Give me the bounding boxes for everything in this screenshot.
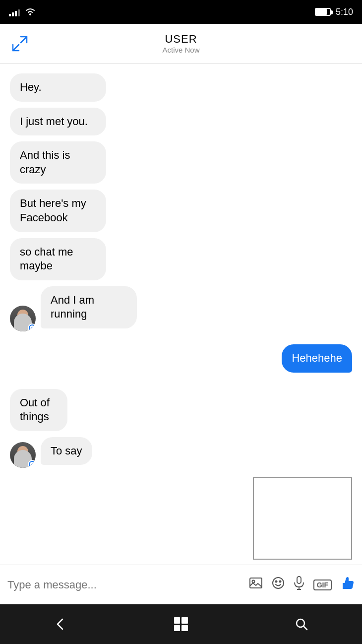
svg-line-2 bbox=[21, 37, 27, 43]
chat-header: USER Active Now bbox=[0, 24, 362, 64]
bubbles-stack-c: Out of things To say bbox=[10, 389, 92, 468]
win-square-1 bbox=[174, 617, 181, 624]
svg-point-7 bbox=[279, 581, 281, 582]
avatar-c bbox=[10, 442, 36, 468]
bubble-met: I just met you. bbox=[10, 108, 106, 136]
windows-button[interactable] bbox=[166, 609, 196, 639]
bubble-hey: Hey. bbox=[10, 73, 106, 102]
messenger-badge-a bbox=[28, 323, 36, 331]
search-button[interactable] bbox=[287, 609, 316, 639]
win-square-2 bbox=[181, 617, 188, 624]
signal-bars bbox=[9, 7, 20, 16]
expand-button[interactable] bbox=[10, 34, 30, 54]
like-icon[interactable] bbox=[341, 576, 355, 593]
mic-icon[interactable] bbox=[294, 576, 304, 593]
svg-point-0 bbox=[29, 13, 31, 15]
signal-bar-4 bbox=[18, 9, 20, 16]
input-icons: GIF bbox=[249, 576, 355, 593]
signal-bar-3 bbox=[15, 11, 17, 16]
input-bar: GIF bbox=[0, 565, 362, 604]
gif-button[interactable]: GIF bbox=[313, 580, 332, 590]
svg-point-5 bbox=[273, 578, 284, 588]
avatar-a bbox=[10, 306, 36, 331]
chat-area: Hey. I just met you. And this is crazy B… bbox=[0, 64, 362, 565]
bubble-hehehe: Hehehehe bbox=[282, 344, 352, 373]
battery-icon bbox=[315, 8, 331, 16]
avatar-row-c: To say bbox=[10, 437, 92, 468]
bubbles-stack-a: Hey. I just met you. And this is crazy B… bbox=[10, 73, 147, 331]
chat-status: Active Now bbox=[162, 46, 199, 54]
expand-icon bbox=[11, 35, 29, 53]
header-center: USER Active Now bbox=[162, 33, 199, 54]
back-button[interactable] bbox=[46, 609, 75, 639]
status-time: 5:10 bbox=[336, 7, 353, 17]
wifi-icon bbox=[24, 7, 37, 16]
bubble-facebook: But here's my Facebook bbox=[10, 190, 106, 232]
message-group-a: Hey. I just met you. And this is crazy B… bbox=[10, 73, 352, 331]
message-group-c: Out of things To say bbox=[10, 389, 352, 468]
svg-line-12 bbox=[303, 626, 307, 630]
status-right: 5:10 bbox=[315, 7, 353, 17]
status-bar: 5:10 bbox=[0, 0, 362, 24]
image-icon[interactable] bbox=[249, 577, 263, 592]
image-placeholder bbox=[253, 477, 352, 560]
svg-point-4 bbox=[252, 580, 254, 583]
windows-logo bbox=[174, 617, 188, 631]
bubble-crazy: And this is crazy bbox=[10, 141, 106, 184]
message-group-b: Hehehehe bbox=[10, 344, 352, 376]
svg-rect-8 bbox=[297, 577, 301, 583]
avatar-row-a: And I am running bbox=[10, 286, 147, 331]
svg-line-1 bbox=[13, 45, 19, 51]
message-input[interactable] bbox=[7, 579, 242, 591]
chat-title: USER bbox=[162, 33, 199, 46]
win-square-3 bbox=[174, 625, 181, 632]
emoji-icon[interactable] bbox=[272, 577, 285, 593]
win-square-4 bbox=[181, 625, 188, 632]
status-left bbox=[9, 7, 37, 16]
svg-rect-3 bbox=[250, 578, 262, 588]
bubble-out-of-things: Out of things bbox=[10, 389, 67, 431]
bubble-running: And I am running bbox=[41, 286, 137, 328]
signal-bar-2 bbox=[12, 12, 14, 16]
bubble-chat-maybe: so chat me maybe bbox=[10, 238, 106, 280]
signal-bar-1 bbox=[9, 14, 11, 16]
messenger-badge-c bbox=[28, 460, 36, 468]
bubble-to-say: To say bbox=[41, 437, 92, 465]
svg-point-6 bbox=[275, 581, 277, 582]
bottom-nav bbox=[0, 604, 362, 644]
